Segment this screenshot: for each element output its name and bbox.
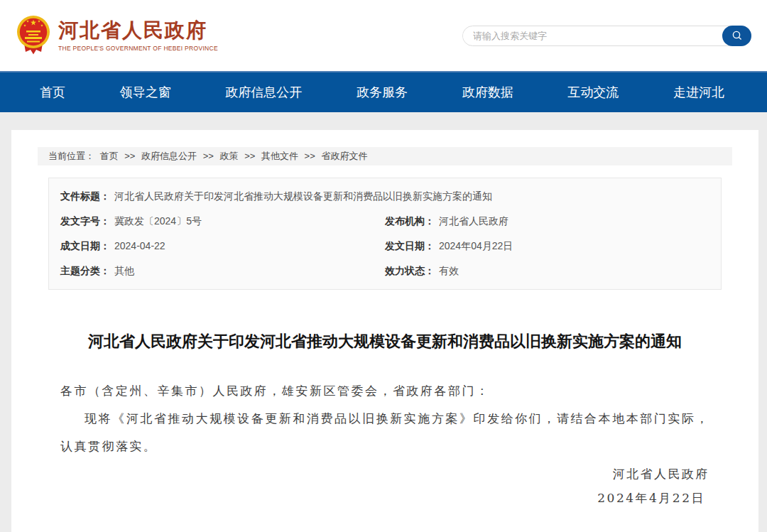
nav-item-interaction[interactable]: 互动交流 [567,84,619,101]
meta-label-written-date: 成文日期： [60,239,110,253]
search-box [462,26,751,46]
breadcrumb: 当前位置： 首页 >> 政府信息公开 >> 政策 >> 其他文件 >> 省政府文… [38,147,732,165]
meta-value-written-date: 2024-04-22 [114,239,165,253]
site-title: 河北省人民政府 [58,20,218,41]
site-header: 河北省人民政府 THE PEOPLE'S GOVERNMENT OF HEBEI… [0,0,767,71]
article-title: 河北省人民政府关于印发河北省推动大规模设备更新和消费品以旧换新实施方案的通知 [55,330,715,353]
breadcrumb-link-home[interactable]: 首页 [100,151,119,161]
site-logo-link[interactable]: 河北省人民政府 THE PEOPLE'S GOVERNMENT OF HEBEI… [16,15,218,56]
nav-item-info-disclosure[interactable]: 政府信息公开 [225,84,302,101]
site-subtitle: THE PEOPLE'S GOVERNMENT OF HEBEI PROVINC… [58,45,218,52]
meta-label-validity-status: 效力状态： [385,264,435,278]
nav-item-leaders[interactable]: 领导之窗 [120,84,171,101]
breadcrumb-separator: >> [124,151,135,161]
meta-value-issue-date: 2024年04月22日 [439,239,513,253]
meta-label-issuing-agency: 发布机构： [385,215,435,228]
breadcrumb-label: 当前位置： [48,151,94,161]
article-paragraph-salutation: 各市（含定州、辛集市）人民政府，雄安新区管委会，省政府各部门： [60,377,709,405]
article-body: 各市（含定州、辛集市）人民政府，雄安新区管委会，省政府各部门： 现将《河北省推动… [60,377,709,510]
meta-row-number-agency: 发文字号： 冀政发〔2024〕5号 发布机构： 河北省人民政府 [60,209,709,234]
breadcrumb-link-provincial-documents[interactable]: 省政府文件 [321,151,367,161]
meta-label-doc-title: 文件标题： [60,190,110,203]
meta-value-doc-title: 河北省人民政府关于印发河北省推动大规模设备更新和消费品以旧换新实施方案的通知 [114,190,492,203]
main-nav: 首页 领导之窗 政府信息公开 政务服务 政府数据 互动交流 走进河北 [0,71,767,112]
meta-value-doc-number: 冀政发〔2024〕5号 [114,215,202,228]
meta-value-topic-category: 其他 [114,264,134,278]
nav-item-about-hebei[interactable]: 走进河北 [673,84,724,101]
meta-value-issuing-agency: 河北省人民政府 [439,215,508,228]
breadcrumb-link-info-disclosure[interactable]: 政府信息公开 [141,151,197,161]
search-icon [731,30,743,41]
breadcrumb-separator: >> [203,151,214,161]
meta-row-dates: 成文日期： 2024-04-22 发文日期： 2024年04月22日 [60,234,709,259]
breadcrumb-separator: >> [244,151,255,161]
search-button[interactable] [722,26,751,46]
doc-meta-box: 文件标题： 河北省人民政府关于印发河北省推动大规模设备更新和消费品以旧换新实施方… [48,178,722,290]
breadcrumb-link-policy[interactable]: 政策 [220,151,239,161]
meta-value-validity-status: 有效 [439,264,459,278]
meta-row-category-status: 主题分类： 其他 效力状态： 有效 [60,259,709,283]
article-paragraph-main: 现将《河北省推动大规模设备更新和消费品以旧换新实施方案》印发给你们，请结合本地本… [60,405,709,460]
meta-label-doc-number: 发文字号： [60,215,110,228]
signature-block: 河北省人民政府 2024年4月22日 [60,462,709,510]
meta-row-title: 文件标题： 河北省人民政府关于印发河北省推动大规模设备更新和消费品以旧换新实施方… [60,184,709,209]
meta-label-issue-date: 发文日期： [385,239,435,253]
breadcrumb-separator: >> [305,151,315,161]
content-panel: 当前位置： 首页 >> 政府信息公开 >> 政策 >> 其他文件 >> 省政府文… [11,130,758,532]
breadcrumb-link-other-documents[interactable]: 其他文件 [261,151,298,161]
nav-item-home[interactable]: 首页 [40,84,65,101]
national-emblem-icon [16,15,51,56]
signature-date: 2024年4月22日 [60,486,709,510]
signature-org: 河北省人民政府 [60,462,709,486]
nav-item-gov-data[interactable]: 政府数据 [462,84,513,101]
nav-item-gov-services[interactable]: 政务服务 [357,84,408,101]
meta-label-topic-category: 主题分类： [60,264,110,278]
search-input[interactable] [463,27,751,45]
